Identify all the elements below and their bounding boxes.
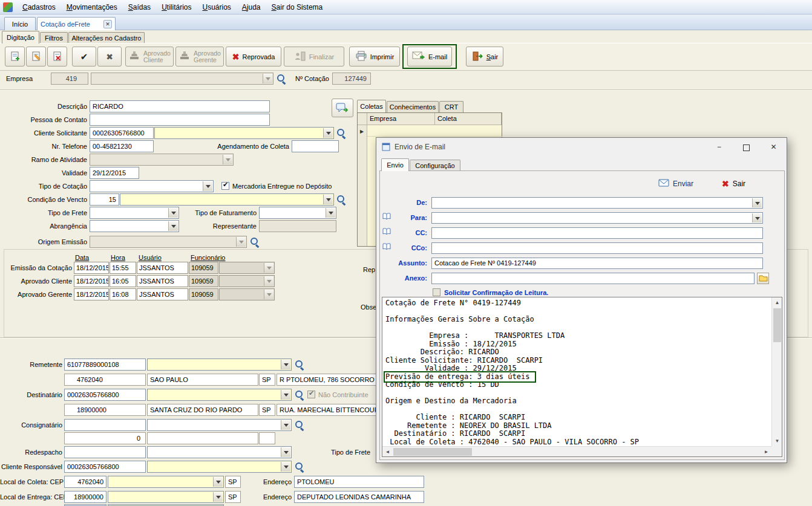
tab-alteracoes-no-cadastro[interactable]: Alterações no Cadastro <box>68 32 145 44</box>
reprovada-button[interactable]: Reprovada <box>226 47 281 66</box>
scrollbar-thumb[interactable] <box>393 448 472 456</box>
tab-digitacao[interactable]: Digitação <box>2 31 39 44</box>
data-cell[interactable]: 18/12/2015 <box>74 275 109 287</box>
mercadoria-checkbox[interactable] <box>221 182 229 190</box>
search-icon[interactable] <box>295 391 305 400</box>
coleta-cidade-combo[interactable]: SAO PAULO <box>108 476 224 488</box>
tipo-frete-combo[interactable]: Frete A Pagar <box>90 207 179 219</box>
consignatario-combo[interactable] <box>147 419 292 431</box>
sair-button[interactable]: Sair <box>466 47 503 66</box>
condicao-code-input[interactable]: 15 <box>90 193 119 206</box>
para-combo[interactable] <box>431 212 763 224</box>
condicao-combo[interactable]: 15 DD <box>120 193 334 206</box>
dropdown-icon[interactable] <box>281 360 290 369</box>
dropdown-icon[interactable] <box>213 477 223 487</box>
tab-inicio[interactable]: Início <box>4 17 36 30</box>
telefone-input[interactable]: 00-45821230 <box>90 140 154 152</box>
tab-crt[interactable]: CRT <box>439 101 463 112</box>
hora-cell[interactable]: 16:05 <box>110 275 136 287</box>
tab-cotacao-de-frete[interactable]: Cotação deFrete <box>37 17 116 30</box>
cco-input[interactable] <box>431 242 763 254</box>
menu-item-saidas[interactable]: Saídas <box>123 1 156 13</box>
tab-filtros[interactable]: Filtros <box>40 32 68 44</box>
menu-item-usuarios[interactable]: Usuários <box>197 1 236 13</box>
email-body[interactable]: Cotação de Frete N° 0419-127449 Informaç… <box>382 297 782 457</box>
cliente-solicitante-combo[interactable]: RICARDO SCARPI <box>154 127 334 139</box>
dialog-sair-button[interactable]: Sair <box>722 179 745 189</box>
dropdown-icon[interactable] <box>168 221 178 231</box>
grid-col-coleta[interactable]: Coleta <box>435 113 502 125</box>
dropdown-icon[interactable] <box>203 181 212 191</box>
abrangencia-combo[interactable]: Intermunicipal <box>90 220 179 232</box>
edit-record-button[interactable] <box>26 47 46 66</box>
validade-input[interactable]: 29/12/2015 <box>90 167 139 179</box>
tab-close-icon[interactable] <box>103 20 112 28</box>
descricao-input[interactable]: RICARDO <box>90 100 270 112</box>
assunto-input[interactable]: Cotacao de Frete Nº 0419-127449 <box>431 258 763 269</box>
faturamento-combo[interactable]: A Faturar <box>259 207 336 219</box>
tab-conhecimentos[interactable]: Conhecimentos <box>387 101 439 112</box>
hora-cell[interactable]: 16:08 <box>110 288 136 300</box>
menu-item-utilitarios[interactable]: Utilitários <box>156 1 197 13</box>
menu-item-ajuda[interactable]: Ajuda <box>237 1 266 13</box>
search-icon[interactable] <box>295 421 305 430</box>
search-icon[interactable] <box>337 129 347 138</box>
menu-item-sair-do-sistema[interactable]: Sair do Sistema <box>266 1 329 13</box>
anexo-input[interactable] <box>431 273 755 284</box>
agendamento-input[interactable] <box>292 140 339 152</box>
new-record-button[interactable] <box>5 47 25 66</box>
book-icon[interactable] <box>382 228 391 236</box>
menu-item-movimentacoes[interactable]: Movimentações <box>61 1 123 13</box>
consignatario-code-input[interactable] <box>64 419 146 431</box>
dropdown-icon[interactable] <box>752 198 762 207</box>
scrollbar-thumb[interactable] <box>773 308 781 342</box>
book-icon[interactable] <box>382 213 391 221</box>
redespacho-code-input[interactable] <box>64 446 146 458</box>
cancel-button[interactable] <box>97 47 122 66</box>
destinatario-code-input[interactable]: 00026305766800 <box>64 389 146 401</box>
search-icon[interactable] <box>295 462 305 472</box>
entrega-cidade-combo[interactable]: SANTA CRUZ DO RIO PARDO <box>108 491 224 503</box>
remetente-code-input[interactable]: 61077889000108 <box>64 358 146 371</box>
message-button[interactable] <box>332 99 353 117</box>
search-icon[interactable] <box>250 238 260 247</box>
scroll-right-icon[interactable]: ► <box>761 447 771 457</box>
grid-col-empresa[interactable]: Empresa <box>367 113 435 125</box>
usuario-cell[interactable]: JSSANTOS <box>137 262 188 274</box>
destinatario-combo[interactable]: RICARDO SCARPI <box>147 389 292 401</box>
tab-envio[interactable]: Envio <box>381 158 409 171</box>
redespacho-combo[interactable] <box>147 446 292 458</box>
coleta-endereco-input[interactable]: PTOLOMEU <box>294 476 424 488</box>
usuario-cell[interactable]: JSSANTOS <box>137 275 188 287</box>
scroll-down-icon[interactable]: ▼ <box>772 436 782 446</box>
minimize-button[interactable] <box>706 138 733 156</box>
data-cell[interactable]: 18/12/2015 <box>74 288 109 300</box>
menu-item-cadastros[interactable]: Cadastros <box>17 1 61 13</box>
dropdown-icon[interactable] <box>281 390 290 400</box>
entrega-cep-input[interactable]: 18900000 <box>64 491 106 503</box>
coleta-cep-input[interactable]: 4762040 <box>64 476 106 488</box>
entrega-endereco-input[interactable]: DEPUTADO LEONIDAS CAMARINHA <box>294 491 424 503</box>
maximize-button[interactable] <box>733 138 760 156</box>
dropdown-icon[interactable] <box>281 447 290 457</box>
remetente-combo[interactable]: NEOREX DO BRASIL LTDA <box>147 358 292 371</box>
dropdown-icon[interactable] <box>323 128 333 138</box>
cliente-responsavel-code-input[interactable]: 00026305766800 <box>64 461 146 473</box>
dropdown-icon[interactable] <box>323 195 333 204</box>
close-button[interactable] <box>760 138 787 156</box>
cliente-solicitante-code-input[interactable]: 00026305766800 <box>90 127 154 139</box>
tipo-cotacao-combo[interactable]: Valor Fixo com NF Variável <box>90 180 214 192</box>
confirm-read-checkbox[interactable] <box>433 288 440 296</box>
data-cell[interactable]: 18/12/2015 <box>74 262 109 274</box>
usuario-cell[interactable]: JSSANTOS <box>137 288 188 300</box>
confirm-button[interactable] <box>72 47 96 66</box>
vertical-scrollbar[interactable]: ▲ ▼ <box>771 297 782 446</box>
hora-cell[interactable]: 15:55 <box>110 262 136 274</box>
dropdown-icon[interactable] <box>168 208 178 218</box>
dropdown-icon[interactable] <box>281 420 290 430</box>
cc-input[interactable] <box>431 227 763 239</box>
dropdown-icon[interactable] <box>281 462 290 472</box>
imprimir-button[interactable]: Imprimir <box>349 47 400 66</box>
enviar-button[interactable]: Enviar <box>658 179 693 189</box>
tab-configuracao[interactable]: Configuração <box>410 160 460 171</box>
